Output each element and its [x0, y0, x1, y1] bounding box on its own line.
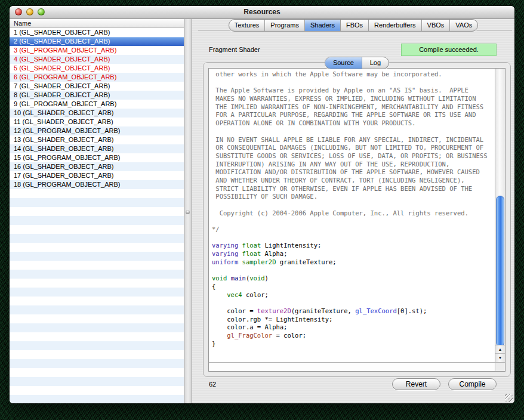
code-line: POSSIBILITY OF SUCH DAMAGE.: [212, 193, 495, 201]
list-item[interactable]: 5 (GL_SHADER_OBJECT_ARB): [10, 64, 184, 73]
list-item[interactable]: 2 (GL_SHADER_OBJECT_ARB): [10, 37, 184, 46]
split-view-divider[interactable]: [184, 19, 192, 403]
code-line: [212, 234, 495, 242]
shader-type-label: Fragment Shader: [209, 46, 260, 53]
resize-grip-icon[interactable]: [505, 394, 513, 402]
list-item[interactable]: 8 (GL_SHADER_OBJECT_ARB): [10, 91, 184, 100]
code-line: }: [212, 340, 495, 348]
list-column-header-name[interactable]: Name: [10, 19, 184, 28]
tab-shaders[interactable]: Shaders: [304, 20, 340, 31]
code-line: varying float LightIntensity;: [212, 242, 495, 250]
line-count-label: 62: [209, 381, 216, 388]
code-line: void main(void): [212, 274, 495, 283]
code-line: [212, 128, 495, 136]
minimize-icon[interactable]: [26, 8, 33, 16]
list-item[interactable]: 1 (GL_SHADER_OBJECT_ARB): [10, 28, 184, 37]
code-line: color.rgb *= LightIntensity;: [212, 316, 495, 324]
source-group-box: SourceLog other works in which the Apple…: [203, 62, 511, 377]
tab-fbos[interactable]: FBOs: [340, 20, 368, 31]
close-icon[interactable]: [15, 8, 22, 16]
code-line: [212, 299, 495, 307]
view-tab-source[interactable]: Source: [325, 57, 362, 69]
list-item[interactable]: 3 (GL_PROGRAM_OBJECT_ARB): [10, 46, 184, 55]
code-line: {: [212, 283, 495, 291]
list-item[interactable]: 7 (GL_SHADER_OBJECT_ARB): [10, 82, 184, 91]
resource-list[interactable]: 1 (GL_SHADER_OBJECT_ARB)2 (GL_SHADER_OBJ…: [10, 28, 184, 403]
code-line: INTERRUPTION) ARISING IN ANY WAY OUT OF …: [212, 160, 495, 169]
code-line: [212, 79, 495, 87]
list-item[interactable]: 17 (GL_SHADER_OBJECT_ARB): [10, 171, 184, 180]
code-line: uniform sampler2D graniteTexture;: [212, 258, 495, 267]
list-item[interactable]: 10 (GL_SHADER_OBJECT_ARB): [10, 109, 184, 118]
list-item[interactable]: 6 (GL_PROGRAM_OBJECT_ARB): [10, 73, 184, 82]
code-line: AND WHETHER UNDER THEORY OF CONTRACT, TO…: [212, 177, 495, 185]
code-line: [212, 217, 495, 226]
list-item[interactable]: 18 (GL_PROGRAM_OBJECT_ARB): [10, 180, 184, 189]
code-line: THE IMPLIED WARRANTIES OF NON-INFRINGEME…: [212, 103, 495, 112]
list-item[interactable]: 14 (GL_SHADER_OBJECT_ARB): [10, 144, 184, 153]
resources-window: Resources Name 1 (GL_SHADER_OBJECT_ARB)2…: [10, 6, 514, 403]
list-item[interactable]: 15 (GL_PROGRAM_OBJECT_ARB): [10, 153, 184, 162]
code-line: The Apple Software is provided by Apple …: [212, 87, 495, 95]
splitter-dimple-icon: [186, 210, 190, 214]
scrollbar-corner: [495, 363, 505, 371]
tab-renderbuffers[interactable]: Renderbuffers: [368, 20, 421, 31]
scrollbar-thumb[interactable]: [496, 196, 504, 347]
code-line: FOR A PARTICULAR PURPOSE, REGARDING THE …: [212, 111, 495, 119]
code-line: [212, 201, 495, 209]
code-line: STRICT LIABILITY OR OTHERWISE, EVEN IF A…: [212, 185, 495, 193]
tab-programs[interactable]: Programs: [264, 20, 304, 31]
resource-tab-bar: TexturesProgramsShadersFBOsRenderbuffers…: [192, 19, 514, 32]
horizontal-scrollbar[interactable]: [209, 362, 505, 371]
bottom-bar: 62 Revert Compile: [209, 378, 497, 390]
code-line: MODIFICATION AND/OR DISTRIBUTION OF THE …: [212, 168, 495, 177]
view-tab-log[interactable]: Log: [362, 57, 389, 69]
source-editor[interactable]: other works in which the Apple Software …: [208, 68, 505, 372]
compile-button[interactable]: Compile: [448, 378, 497, 390]
list-item[interactable]: 9 (GL_PROGRAM_OBJECT_ARB): [10, 100, 184, 109]
code-line: varying float Alpha;: [212, 250, 495, 258]
list-item[interactable]: 12 (GL_PROGRAM_OBJECT_ARB): [10, 126, 184, 135]
traffic-lights: [15, 8, 45, 16]
code-line: OR CONSEQUENTIAL DAMAGES (INCLUDING, BUT…: [212, 144, 495, 152]
tab-vbos[interactable]: VBOs: [421, 20, 450, 31]
source-log-tab-bar: SourceLog: [204, 57, 510, 69]
scroll-up-icon[interactable]: ▲: [495, 345, 505, 354]
revert-button[interactable]: Revert: [392, 378, 440, 390]
code-line: Copyright (c) 2004-2006 Apple Computer, …: [212, 209, 495, 218]
action-buttons: Revert Compile: [392, 378, 497, 390]
tab-textures[interactable]: Textures: [229, 20, 265, 31]
code-line: IN NO EVENT SHALL APPLE BE LIABLE FOR AN…: [212, 136, 495, 144]
code-line: color = texture2D(graniteTexture, gl_Tex…: [212, 307, 495, 316]
code-line: vec4 color;: [212, 291, 495, 299]
tab-vaos[interactable]: VAOs: [449, 20, 477, 31]
code-line: */: [212, 226, 495, 234]
window-title: Resources: [10, 6, 514, 18]
code-line: MAKES NO WARRANTIES, EXPRESS OR IMPLIED,…: [212, 95, 495, 103]
resource-list-panel: Name 1 (GL_SHADER_OBJECT_ARB)2 (GL_SHADE…: [10, 19, 184, 403]
code-line: OPERATION ALONE OR IN COMBINATION WITH Y…: [212, 119, 495, 128]
list-item[interactable]: 13 (GL_SHADER_OBJECT_ARB): [10, 135, 184, 144]
compile-status-badge: Compile succeeded.: [401, 44, 497, 56]
window-content: Name 1 (GL_SHADER_OBJECT_ARB)2 (GL_SHADE…: [10, 19, 514, 403]
code-line: gl_FragColor = color;: [212, 332, 495, 340]
code-line: SUBSTITUTE GOODS OR SERVICES; LOSS OF US…: [212, 152, 495, 160]
shader-detail-panel: TexturesProgramsShadersFBOsRenderbuffers…: [192, 19, 514, 403]
list-item[interactable]: 16 (GL_SHADER_OBJECT_ARB): [10, 162, 184, 171]
title-bar[interactable]: Resources: [10, 6, 514, 19]
list-item[interactable]: 11 (GL_SHADER_OBJECT_ARB): [10, 118, 184, 126]
zoom-icon[interactable]: [38, 8, 45, 16]
code-line: [212, 267, 495, 275]
vertical-scrollbar[interactable]: ▲ ▼: [495, 69, 505, 362]
scroll-down-icon[interactable]: ▼: [495, 353, 505, 362]
shader-source-code[interactable]: other works in which the Apple Software …: [209, 69, 495, 362]
code-line: other works in which the Apple Software …: [212, 70, 495, 79]
code-line: color.a = Alpha;: [212, 323, 495, 332]
list-item[interactable]: 4 (GL_SHADER_OBJECT_ARB): [10, 55, 184, 64]
